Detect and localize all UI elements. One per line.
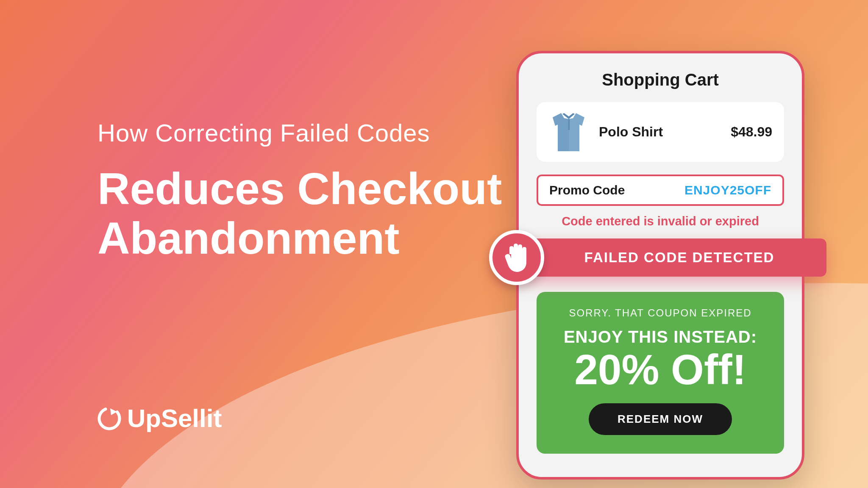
stop-hand-icon [489, 230, 544, 285]
offer-sorry-text: SORRY. THAT COUPON EXPIRED [549, 307, 771, 319]
svg-point-0 [97, 407, 121, 430]
cart-title: Shopping Cart [537, 70, 784, 89]
promo-code-value: ENJOY25OFF [684, 183, 771, 197]
failed-code-banner: FAILED CODE DETECTED [494, 238, 826, 277]
item-price: $48.99 [731, 124, 772, 140]
phone-mockup: Shopping Cart Polo Shirt $48.99 Promo Co… [516, 51, 804, 480]
polo-shirt-icon [548, 110, 589, 154]
brand-name: UpSellit [127, 404, 222, 433]
promo-label: Promo Code [549, 183, 625, 197]
upsellit-logo-icon [97, 407, 121, 430]
main-heading: Reduces Checkout Abandonment [97, 164, 502, 263]
offer-card: SORRY. THAT COUPON EXPIRED ENJOY THIS IN… [537, 292, 784, 454]
promo-error-message: Code entered is invalid or expired [537, 214, 784, 228]
redeem-button[interactable]: REDEEM NOW [589, 403, 732, 435]
headline-block: How Correcting Failed Codes Reduces Chec… [97, 119, 502, 263]
brand-logo: UpSellit [97, 404, 222, 433]
cart-item-row: Polo Shirt $48.99 [537, 102, 784, 162]
offer-enjoy-text: ENJOY THIS INSTEAD: [549, 327, 771, 347]
main-heading-line1: Reduces Checkout [97, 164, 502, 214]
offer-amount: 20% Off! [549, 348, 771, 391]
main-heading-line2: Abandonment [97, 214, 502, 263]
subheading: How Correcting Failed Codes [97, 119, 502, 147]
promo-code-input[interactable]: Promo Code ENJOY25OFF [537, 175, 784, 206]
item-name: Polo Shirt [599, 124, 721, 140]
